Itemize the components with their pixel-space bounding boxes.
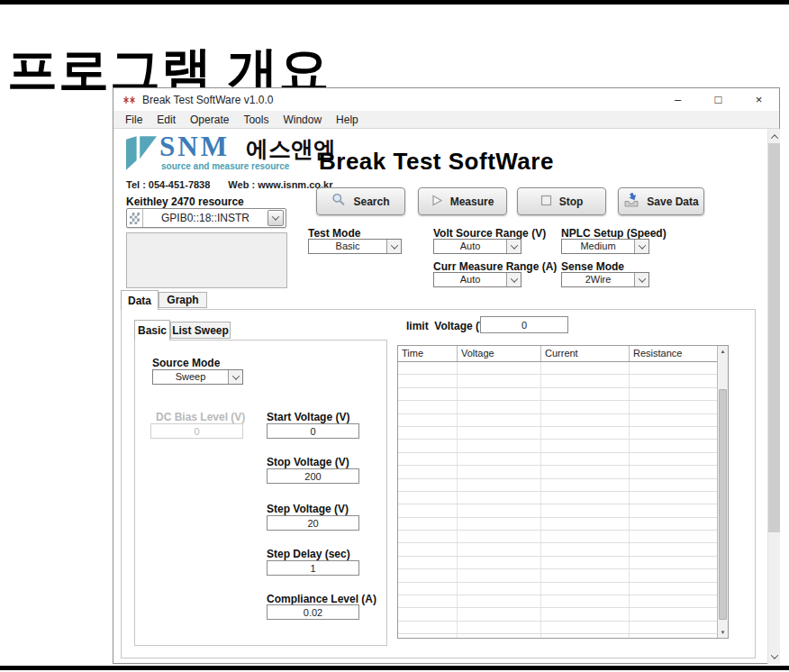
stop-button-label: Stop [559,195,584,208]
table-cell [458,595,541,607]
menu-item-operate[interactable]: Operate [183,113,236,127]
table-row [398,401,717,413]
table-cell [398,492,458,504]
table-cell [541,401,630,413]
stop-button[interactable]: Stop [517,187,606,215]
table-cell [458,622,541,633]
curr-range-combo[interactable]: Auto [433,272,521,287]
test-mode-combo[interactable]: Basic [308,239,402,254]
measure-button-label: Measure [450,195,494,208]
menu-bar: File Edit Operate Tools Window Help [113,111,779,129]
menu-item-help[interactable]: Help [329,113,366,127]
table-cell [630,427,717,439]
slide-bottom-rule [0,666,789,670]
table-cell [398,583,458,595]
visa-io-icon [127,209,143,227]
scrollbar-up-button[interactable] [768,130,780,143]
table-cell [458,440,541,451]
table-scrollbar[interactable]: ▲ ▼ [717,346,728,638]
limit-voltage-field[interactable] [480,316,568,333]
table-cell [541,453,630,465]
table-row [398,634,717,638]
step-delay-label: Step Delay (sec) [267,548,350,560]
measure-button[interactable]: Measure [418,187,507,215]
table-row [398,362,717,375]
table-cell [541,414,630,426]
chevron-down-icon [386,240,401,253]
nplc-combo[interactable]: Medium [561,239,649,254]
table-cell [630,466,717,477]
menu-item-edit[interactable]: Edit [150,113,183,127]
table-cell [541,531,630,542]
menu-item-window[interactable]: Window [276,113,329,127]
table-cell [630,479,717,491]
close-button[interactable]: × [739,88,779,111]
table-cell [398,453,458,465]
source-mode-combo[interactable]: Sweep [152,369,243,385]
tab-basic[interactable]: Basic [134,320,170,341]
table-cell [630,453,717,465]
table-cell [630,492,717,504]
table-cell [458,414,541,426]
table-row [398,543,717,556]
volt-range-label: Volt Source Range (V) [433,227,546,240]
table-cell [630,569,717,581]
maximize-button[interactable]: □ [698,88,739,111]
scrollbar-down-button[interactable] [768,649,780,663]
table-cell [458,634,541,638]
menu-item-file[interactable]: File [118,113,150,127]
table-cell [541,543,630,555]
menu-item-tools[interactable]: Tools [236,113,276,127]
curr-range-value: Auto [434,273,506,286]
table-row [398,479,717,492]
save-data-button[interactable]: Save Data [618,187,704,215]
test-mode-value: Basic [309,240,386,253]
stop-voltage-label: Stop Voltage (V) [267,456,349,468]
tab-graph[interactable]: Graph [159,292,207,308]
snm-logo-text: SNM [159,131,230,163]
contact-info: Tel : 054-451-7838 Web : www.isnm.co.kr [126,179,333,190]
visa-dropdown-button[interactable] [268,210,284,226]
table-cell [541,634,630,638]
contact-tel: Tel : 054-451-7838 [126,179,210,190]
sense-mode-combo[interactable]: 2Wire [561,272,649,287]
visa-resource-combo[interactable]: GPIB0::18::INSTR [126,208,286,228]
volt-range-combo[interactable]: Auto [433,239,521,254]
chevron-down-icon [770,651,777,658]
window-scrollbar[interactable] [767,129,780,664]
table-row [398,466,717,478]
table-cell [398,634,458,638]
table-row [398,388,717,401]
table-row [398,375,717,387]
chevron-down-icon [272,213,279,220]
compliance-field[interactable] [267,604,359,620]
table-cell [541,440,630,451]
table-cell [458,375,541,386]
window-scrollbar-thumb[interactable] [768,143,780,532]
table-cell [458,401,541,413]
table-cell [458,466,541,477]
table-cell [458,362,541,374]
window-title: Break Test SoftWare v1.0.0 [142,94,273,106]
table-header: Time Voltage Current Resistance [398,346,717,362]
stop-voltage-field[interactable] [267,468,359,484]
scroll-up-icon[interactable]: ▲ [718,346,728,357]
tab-list-sweep[interactable]: List Sweep [170,322,231,339]
scroll-down-icon[interactable]: ▼ [718,627,728,638]
table-cell [630,401,717,413]
dc-bias-field[interactable] [150,423,243,439]
minimize-button[interactable]: – [658,88,698,111]
tab-data[interactable]: Data [121,290,159,310]
step-delay-field[interactable] [267,560,359,576]
search-button[interactable]: Search [316,187,405,215]
table-cell [398,414,458,426]
table-cell [630,518,717,530]
chevron-down-icon [228,370,242,384]
table-cell [458,504,541,516]
step-voltage-field[interactable] [267,515,359,531]
table-main: Time Voltage Current Resistance [398,346,717,638]
table-scrollbar-thumb[interactable] [719,389,727,620]
column-header-time: Time [398,346,458,361]
app-heading: Break Test SoftWare [319,148,554,176]
start-voltage-field[interactable] [267,423,359,439]
